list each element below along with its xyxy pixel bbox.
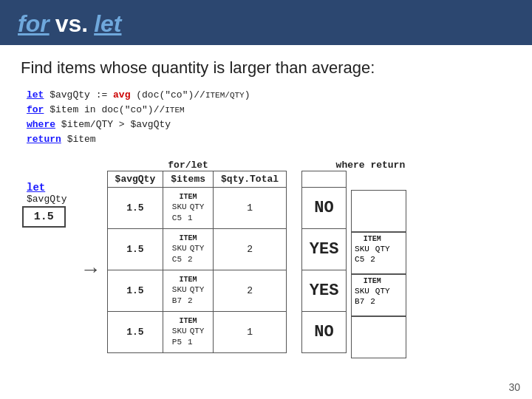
cell-qtytotal: 2 <box>214 228 287 270</box>
content-area: let $avgQty 1.5 → for/let where return $… <box>21 160 511 358</box>
spacer-cell <box>287 228 302 270</box>
main-content: Find items whose quantity is larger than… <box>0 45 532 366</box>
cell-avgqty: 1.5 <box>107 270 163 311</box>
right-result-area: ITEM SKUQTY C52 ITEM SKUQTY B72 <box>351 190 406 358</box>
code-where-body: $item/QTY > $avgQty <box>61 119 171 130</box>
code-path-item-qty: ITEM/QTY <box>205 91 245 100</box>
right-result-cell <box>351 190 406 232</box>
spacer-cell <box>287 187 302 228</box>
cell-result: YES <box>302 228 347 270</box>
cell-qtytotal: 1 <box>214 187 287 228</box>
table-row: 1.5 ITEM SKUQTY P51 1NO <box>107 311 346 352</box>
table-row: 1.5 ITEM SKUQTY B72 2YES <box>107 270 346 311</box>
header-vs: vs. <box>55 10 88 38</box>
code-paren-close: ) <box>245 89 250 100</box>
code-for-body: $item in doc("co")// <box>50 104 165 115</box>
let-box-area: let $avgQty 1.5 <box>21 182 67 228</box>
code-line-4: return $item <box>27 132 511 147</box>
forlet-label: for/let <box>107 160 270 171</box>
col-result-header <box>302 171 347 187</box>
keyword-let: let <box>27 89 44 100</box>
table-labels: for/let where return <box>107 160 511 171</box>
table-area: for/let where return $avgQty $items $qty… <box>107 160 511 358</box>
arrow-icon: → <box>81 258 101 282</box>
let-value-box: 1.5 <box>22 206 66 228</box>
right-result-cell <box>351 316 406 358</box>
code-avgqty-assign: $avgQty := <box>50 89 113 100</box>
col-avgqty-header: $avgQty <box>107 171 163 187</box>
code-line-3: where $item/QTY > $avgQty <box>27 117 511 132</box>
keyword-return: return <box>27 134 61 145</box>
spacer-header <box>287 171 302 187</box>
cell-items: ITEM SKUQTY B72 <box>163 270 214 311</box>
header-for: for <box>18 10 50 38</box>
table-row: 1.5 ITEM SKUQTY C51 1NO <box>107 187 346 228</box>
cell-result: NO <box>302 187 347 228</box>
code-line-1: let $avgQty := avg (doc("co")//ITEM/QTY) <box>27 88 511 103</box>
spacer-cell <box>287 311 302 352</box>
cell-items: ITEM SKUQTY C51 <box>163 187 214 228</box>
right-result-cell: ITEM SKUQTY B72 <box>351 274 406 316</box>
cell-avgqty: 1.5 <box>107 228 163 270</box>
cell-qtytotal: 1 <box>214 311 287 352</box>
cell-result: NO <box>302 311 347 352</box>
code-block: let $avgQty := avg (doc("co")//ITEM/QTY)… <box>21 88 511 148</box>
cell-qtytotal: 2 <box>214 270 287 311</box>
keyword-where: where <box>27 119 55 130</box>
table-body: 1.5 ITEM SKUQTY C51 1NO1.5 ITEM SKUQTY C… <box>107 187 346 352</box>
code-return-body: $item <box>67 134 96 145</box>
header-let: let <box>94 10 121 38</box>
right-result-cell: ITEM SKUQTY C52 <box>351 232 406 274</box>
cell-avgqty: 1.5 <box>107 187 163 228</box>
let-keyword-label: let <box>27 182 45 194</box>
table-with-right: $avgQty $items $qty.Total 1.5 ITEM SKUQT… <box>107 171 511 358</box>
subtitle: Find items whose quantity is larger than… <box>21 58 511 78</box>
col-qtytotal-header: $qty.Total <box>214 171 287 187</box>
table-row: 1.5 ITEM SKUQTY C52 2YES <box>107 228 346 270</box>
main-table: $avgQty $items $qty.Total 1.5 ITEM SKUQT… <box>107 171 347 353</box>
code-avg-func: avg <box>113 89 130 100</box>
keyword-for: for <box>27 104 44 115</box>
code-avg-args: (doc("co")// <box>136 89 205 100</box>
cell-items: ITEM SKUQTY P51 <box>163 311 214 352</box>
spacer-cell <box>287 270 302 311</box>
header-bar: for vs. let <box>0 0 532 45</box>
cell-avgqty: 1.5 <box>107 311 163 352</box>
page-number: 30 <box>508 381 520 393</box>
where-return-label: where return <box>336 160 406 171</box>
code-path-item: ITEM <box>165 106 184 115</box>
let-var-name: $avgQty <box>27 194 67 205</box>
table-header-row: $avgQty $items $qty.Total <box>107 171 346 187</box>
code-line-2: for $item in doc("co")//ITEM <box>27 103 511 117</box>
cell-result: YES <box>302 270 347 311</box>
cell-items: ITEM SKUQTY C52 <box>163 228 214 270</box>
col-items-header: $items <box>163 171 214 187</box>
